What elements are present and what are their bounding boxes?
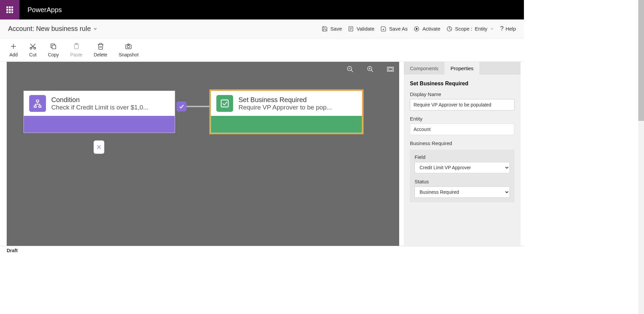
condition-subtitle: Check if Credit Limit is over $1,0...: [51, 104, 148, 111]
svg-line-16: [351, 70, 353, 72]
app-name: PowerApps: [19, 6, 70, 14]
false-branch-connector[interactable]: [94, 140, 104, 154]
paste-button[interactable]: Paste: [70, 43, 83, 57]
status-label: Status: [415, 179, 510, 184]
entity-label: Entity: [410, 116, 515, 122]
snapshot-button[interactable]: Snapshot: [119, 43, 139, 57]
properties-panel: Components Properties Set Business Requi…: [404, 62, 521, 246]
delete-button[interactable]: Delete: [94, 43, 107, 57]
add-button[interactable]: Add: [9, 43, 18, 57]
checkbox-icon: [216, 95, 233, 112]
save-as-label: Save As: [389, 26, 408, 32]
svg-point-14: [127, 45, 130, 48]
paste-icon: [73, 43, 80, 50]
field-select[interactable]: Credit Limit VP Approver: [415, 162, 510, 173]
vertical-scrollbar[interactable]: [638, 0, 644, 314]
scope-label: Scope :: [455, 26, 472, 32]
paste-label: Paste: [70, 52, 83, 57]
chevron-down-icon: [490, 27, 494, 31]
scope-dropdown[interactable]: Scope : Entity: [446, 26, 494, 32]
designer-canvas[interactable]: Condition Check if Credit Limit is over …: [7, 62, 399, 246]
copy-button[interactable]: Copy: [48, 43, 59, 57]
add-label: Add: [9, 52, 18, 57]
toolbar: Add Cut Copy Paste Delete Snapshot: [0, 38, 524, 62]
scope-icon: [446, 26, 452, 32]
sub-header: Account: New business rule Save Validate: [0, 19, 524, 38]
help-button[interactable]: ? Help: [500, 25, 516, 32]
camera-icon: [125, 43, 132, 50]
condition-icon: [29, 95, 46, 112]
connector-line: [186, 106, 211, 107]
svg-rect-23: [389, 68, 392, 70]
copy-icon: [50, 43, 57, 50]
action-subtitle: Require VP Approver to be pop...: [238, 104, 332, 111]
snapshot-label: Snapshot: [119, 52, 139, 57]
activate-icon: [414, 26, 420, 32]
svg-rect-26: [39, 106, 41, 107]
cut-icon: [29, 43, 37, 50]
validate-button[interactable]: Validate: [348, 26, 374, 32]
copy-label: Copy: [48, 52, 59, 57]
activate-label: Activate: [422, 26, 440, 32]
validate-icon: [348, 26, 354, 32]
save-label: Save: [330, 26, 342, 32]
display-name-input[interactable]: [410, 99, 515, 110]
svg-rect-22: [387, 67, 393, 72]
status-select[interactable]: Business Required: [415, 186, 510, 198]
status-bar: Draft: [0, 246, 524, 255]
cut-label: Cut: [29, 52, 37, 57]
cut-button[interactable]: Cut: [29, 43, 37, 57]
panel-section-title: Set Business Required: [410, 81, 515, 87]
top-bar: PowerApps: [0, 0, 524, 19]
business-required-label: Business Required: [410, 140, 515, 146]
app-launcher-button[interactable]: [0, 0, 19, 19]
status-text: Draft: [7, 248, 18, 253]
condition-title: Condition: [51, 96, 148, 104]
save-button[interactable]: Save: [322, 26, 342, 32]
save-as-button[interactable]: Save As: [380, 26, 408, 32]
save-icon: [322, 26, 328, 32]
true-branch-connector[interactable]: [176, 101, 186, 111]
tab-properties[interactable]: Properties: [444, 62, 479, 75]
scope-value: Entity: [475, 26, 488, 32]
field-label: Field: [415, 154, 510, 160]
chevron-down-icon[interactable]: [93, 27, 98, 31]
svg-marker-2: [416, 28, 418, 30]
plus-icon: [10, 43, 17, 50]
zoom-out-button[interactable]: [346, 65, 354, 73]
condition-node[interactable]: Condition Check if Credit Limit is over …: [23, 91, 175, 133]
svg-line-19: [371, 70, 373, 72]
svg-rect-25: [34, 106, 37, 107]
scrollbar-thumb[interactable]: [638, 0, 644, 121]
svg-rect-24: [37, 100, 39, 102]
display-name-label: Display Name: [410, 91, 515, 97]
help-label: Help: [505, 26, 516, 32]
zoom-in-button[interactable]: [366, 65, 374, 73]
waffle-icon: [6, 6, 13, 13]
tab-spacer: [479, 62, 521, 75]
validate-label: Validate: [357, 26, 374, 32]
page-title: Account: New business rule: [8, 25, 91, 33]
fit-to-screen-button[interactable]: [386, 65, 394, 73]
action-node[interactable]: Set Business Required Require VP Approve…: [211, 91, 362, 133]
save-as-icon: [380, 26, 386, 32]
activate-button[interactable]: Activate: [414, 26, 440, 32]
tab-components[interactable]: Components: [404, 62, 444, 75]
svg-rect-29: [221, 100, 228, 107]
svg-rect-10: [52, 45, 56, 49]
entity-value: Account: [410, 124, 515, 135]
delete-label: Delete: [94, 52, 107, 57]
trash-icon: [97, 43, 104, 50]
action-title: Set Business Required: [238, 96, 332, 104]
help-icon: ?: [500, 25, 503, 32]
